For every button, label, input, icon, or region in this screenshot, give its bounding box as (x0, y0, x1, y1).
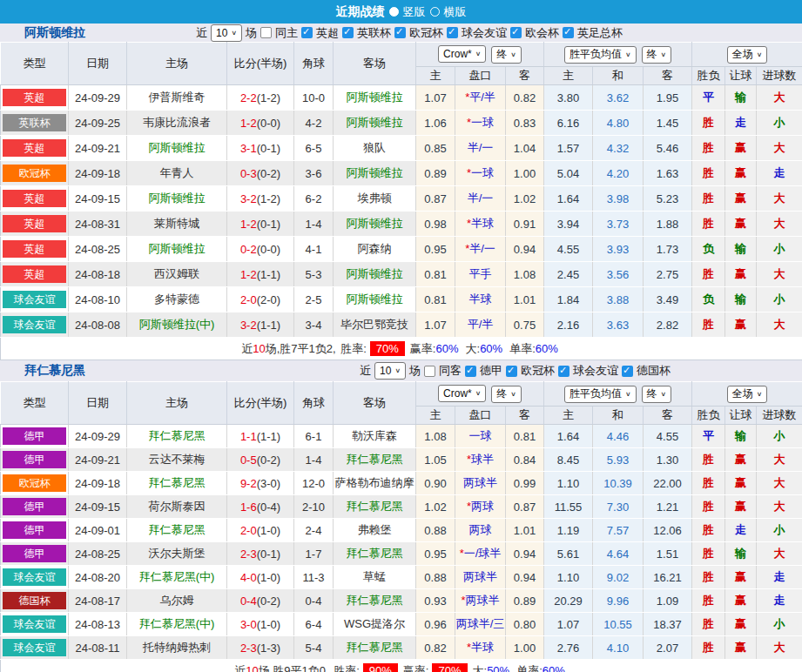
goals-result-cell: 小 (757, 425, 802, 448)
league-checkbox-label[interactable]: 欧冠杯 (521, 363, 555, 379)
crow-home-odds: 1.06 (416, 111, 455, 136)
score-cell: 1-6(0-4) (227, 495, 294, 519)
column-header-crow-away: 客 (506, 407, 544, 425)
league-checkbox-label[interactable]: 球会友谊 (573, 363, 618, 379)
bookmaker-select-value: Crow* (443, 387, 472, 400)
league-cell: 球会友谊 (1, 613, 69, 636)
avg-home-odds: 5.61 (544, 542, 593, 566)
handicap-cell: 两球半 (455, 472, 506, 495)
avg-odds-select[interactable]: 胜平负均值∨ (564, 386, 637, 403)
league-checkbox-label[interactable]: 欧冠杯 (409, 25, 443, 41)
avg-stage-select-value: 终 (647, 47, 657, 62)
sections-container: 阿斯顿维拉近10∨场同主英超英联杯欧冠杯球会友谊欧会杯英足总杯类型日期主场比分(… (0, 24, 802, 672)
league-checkbox-label[interactable]: 英联杯 (357, 25, 391, 41)
halftime-score: (1-1) (257, 268, 280, 281)
league-checkbox-label[interactable]: 欧会杯 (525, 25, 559, 41)
avg-home-odds: 1.10 (544, 472, 593, 495)
corner-score: 5-3 (294, 262, 334, 287)
halftime-score: (0-0) (257, 243, 280, 256)
avg-home-odds: 1.19 (544, 519, 593, 542)
avg-draw-odds: 9.02 (593, 566, 644, 589)
handicap-result: 赢 (735, 500, 746, 513)
avg-away-odds: 12.06 (644, 519, 692, 542)
summary-near: 近 (241, 342, 253, 355)
league-checkbox-label[interactable]: 球会友谊 (462, 25, 507, 41)
handicap-cell: 两球 (455, 519, 506, 542)
match-count-select[interactable]: 10∨ (211, 24, 242, 42)
match-row: 德甲24-09-21云达不莱梅0-5(0-2)1-4拜仁慕尼黑1.05*球半0.… (1, 448, 802, 472)
league-checkbox[interactable] (510, 27, 522, 38)
avg-draw-odds: 3.73 (593, 212, 644, 237)
odds-stage-select[interactable]: 终∨ (491, 46, 522, 64)
column-header-avg-draw: 和 (593, 407, 644, 425)
league-checkbox[interactable] (558, 366, 569, 377)
halftime-score: (1-2) (257, 91, 280, 104)
column-header-corner: 角球 (294, 382, 334, 425)
handicap-result-cell: 赢 (725, 636, 757, 660)
halftime-score: (0-2) (257, 167, 280, 180)
chevron-down-icon: ∨ (757, 51, 763, 58)
league-checkbox-label[interactable]: 英足总杯 (577, 25, 623, 41)
avg-home-odds: 1.57 (544, 136, 593, 161)
league-checkbox[interactable] (465, 366, 476, 377)
league-checkbox[interactable] (506, 366, 517, 377)
same-venue-label[interactable]: 同主 (275, 25, 298, 41)
league-checkbox[interactable] (622, 366, 633, 377)
match-count-select[interactable]: 10∨ (374, 362, 406, 380)
goals-result-cell: 大 (757, 85, 802, 111)
match-result: 负 (703, 242, 714, 255)
handicap-line: 半/一 (469, 242, 495, 255)
away-team: 阿斯顿维拉 (334, 85, 416, 111)
league-checkbox[interactable] (394, 27, 406, 38)
home-team: 拜仁慕尼黑 (127, 472, 227, 495)
column-header-type: 类型 (1, 43, 69, 85)
league-checkbox-label[interactable]: 德甲 (480, 363, 502, 379)
avg-home-odds: 2.16 (544, 312, 593, 338)
match-result-cell: 胜 (692, 448, 725, 472)
chevron-down-icon: ∨ (231, 30, 237, 37)
chevron-down-icon: ∨ (625, 391, 631, 398)
handicap-line: 平/半 (468, 318, 494, 331)
avg-away-odds: 1.73 (644, 237, 692, 262)
summary-bar: 近10场,胜9平1负0, 胜率:90%赢率:70%大:50%单率:60% (1, 660, 802, 672)
league-checkbox-label[interactable]: 英超 (316, 25, 339, 41)
corner-score: 1-4 (294, 448, 334, 472)
league-checkbox[interactable] (563, 27, 574, 38)
horizontal-layout-radio[interactable] (430, 7, 440, 17)
match-date: 24-09-29 (69, 85, 127, 111)
same-venue-label[interactable]: 同客 (439, 363, 462, 379)
vertical-layout-label[interactable]: 竖版 (403, 4, 426, 20)
avg-away-odds: 3.49 (644, 287, 692, 312)
bookmaker-select[interactable]: Crow*∨ (438, 385, 486, 402)
avg-stage-select[interactable]: 终∨ (642, 386, 672, 403)
match-row: 德甲24-09-15荷尔斯泰因1-6(0-4)2-10拜仁慕尼黑1.02*两球0… (1, 495, 802, 519)
league-checkbox[interactable] (301, 27, 313, 38)
scope-select[interactable]: 全场∨ (727, 46, 768, 64)
league-checkbox[interactable] (342, 27, 354, 38)
goals-result-cell: 大 (757, 212, 802, 237)
vertical-layout-radio[interactable] (389, 7, 399, 17)
league-checkbox-label[interactable]: 德国杯 (637, 363, 671, 379)
avg-stage-select[interactable]: 终∨ (642, 46, 672, 64)
handicap-line: 平手 (469, 267, 492, 280)
avg-away-odds: 2.75 (644, 262, 692, 287)
scope-select[interactable]: 全场∨ (727, 386, 768, 403)
same-venue-checkbox[interactable] (424, 366, 435, 377)
away-team: 勒沃库森 (334, 425, 416, 448)
away-team: 弗赖堡 (334, 519, 416, 542)
league-checkbox[interactable] (447, 27, 458, 38)
odds-stage-select[interactable]: 终∨ (491, 386, 522, 403)
avg-home-odds: 1.64 (544, 425, 593, 448)
handicap-line: 两球半 (463, 570, 497, 583)
crow-home-odds: 0.95 (416, 542, 455, 566)
match-row: 德国杯24-08-17乌尔姆0-4(0-2)0-4拜仁慕尼黑0.93*两球半0.… (1, 589, 802, 613)
horizontal-layout-label[interactable]: 横版 (444, 4, 467, 20)
handicap-result: 输 (735, 242, 746, 255)
away-team: WSG提洛尔 (334, 613, 416, 636)
near-label: 近 (196, 25, 207, 41)
column-header-handicap: 盘口 (455, 67, 506, 85)
bookmaker-select[interactable]: Crow*∨ (438, 45, 486, 63)
avg-odds-select[interactable]: 胜平负均值∨ (564, 46, 637, 64)
handicap-result-cell: 输 (725, 425, 757, 448)
same-venue-checkbox[interactable] (260, 27, 272, 38)
